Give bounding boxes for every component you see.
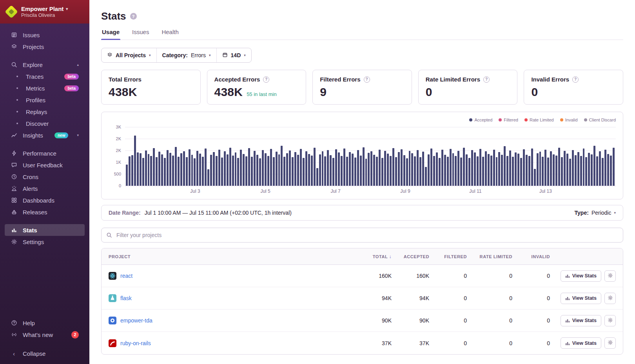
project-filter-dropdown[interactable]: All Projects ▾ [102, 48, 156, 62]
chart-bar [430, 148, 432, 186]
sidebar-item-help[interactable]: Help [5, 317, 85, 329]
help-icon[interactable]: ? [364, 76, 370, 83]
type-dropdown[interactable]: Type: Periodic ▾ [575, 210, 616, 216]
header-rate-limited[interactable]: Rate Limited [467, 254, 512, 259]
card-value: 0 [426, 85, 432, 99]
sidebar-item-label: Discover [26, 120, 49, 127]
legend-item[interactable]: Rate Limited [524, 118, 554, 122]
sidebar-item-label: Projects [23, 43, 44, 50]
insights-icon [11, 132, 17, 138]
legend-item[interactable]: Filtered [499, 118, 518, 122]
date-range-row: Date Range: Jul 1 10:00 AM — Jul 15 11:0… [101, 205, 623, 221]
sidebar-item-label: Metrics [26, 85, 45, 92]
sidebar-item-dashboards[interactable]: Dashboards [5, 194, 85, 206]
sidebar-item-stats[interactable]: Stats [5, 224, 85, 236]
chevron-up-icon: ▴ [77, 63, 79, 67]
projects-icon [11, 43, 17, 50]
sidebar-item-releases[interactable]: Releases [5, 206, 85, 218]
chart-bar [596, 156, 598, 186]
gear-icon [608, 273, 613, 279]
project-settings-button[interactable] [604, 315, 616, 326]
chart-bar [248, 148, 250, 186]
chart-bar [131, 155, 133, 186]
chart-bar [169, 153, 171, 186]
cell-accepted: 90K [392, 317, 429, 324]
legend-item[interactable]: Accepted [469, 118, 492, 122]
help-icon[interactable]: ? [572, 76, 579, 83]
page-help-icon[interactable]: ? [130, 13, 137, 20]
chart-bar [593, 146, 595, 186]
sidebar-item-alerts[interactable]: Alerts [5, 183, 85, 194]
org-user: Priscila Oliveira [21, 13, 68, 18]
project-link[interactable]: ruby-on-rails [120, 340, 151, 346]
x-axis-label: Jul 3 [190, 188, 200, 194]
sidebar-item-settings[interactable]: Settings [5, 236, 85, 248]
header-total[interactable]: Total↓ [354, 254, 392, 259]
sidebar-item-issues[interactable]: Issues [5, 29, 85, 41]
view-stats-button[interactable]: View Stats [561, 315, 601, 326]
help-icon[interactable]: ? [483, 76, 490, 83]
bullet-icon [16, 76, 18, 77]
category-dropdown[interactable]: Category: Errors ▾ [156, 48, 216, 62]
card-total-errors: Total Errors 438K [101, 70, 201, 105]
legend-item[interactable]: Client Discard [584, 118, 616, 122]
sidebar-section-explore[interactable]: Explore ▴ [5, 59, 85, 71]
sidebar-item-crons[interactable]: Crons [5, 171, 85, 183]
header-accepted[interactable]: Accepted [392, 254, 429, 259]
chart-bar [613, 148, 615, 186]
chart-bar [447, 157, 449, 186]
chart-bar [555, 156, 557, 186]
project-settings-button[interactable] [604, 270, 616, 282]
chart-bar [189, 149, 190, 186]
sidebar-collapse-button[interactable]: ‹ Collapse [5, 348, 85, 359]
sidebar-item-whats-new[interactable]: What's new 2 [5, 329, 85, 340]
sidebar-item-projects[interactable]: Projects [5, 41, 85, 53]
header-invalid[interactable]: Invalid [512, 254, 550, 259]
org-switcher[interactable]: Empower Plant▾ Priscila Oliveira [0, 0, 89, 24]
cell-invalid: 0 [512, 317, 550, 324]
chart-bar [365, 159, 367, 186]
header-filtered[interactable]: Filtered [429, 254, 467, 259]
project-settings-button[interactable] [604, 337, 616, 349]
legend-item[interactable]: Invalid [560, 118, 578, 122]
chart-bar [575, 155, 577, 186]
project-link[interactable]: flask [120, 295, 132, 301]
chart-bar [216, 156, 218, 186]
view-stats-button[interactable]: View Stats [561, 270, 601, 282]
tab-issues[interactable]: Issues [131, 29, 150, 40]
chart-bar [441, 150, 443, 186]
chart-bar [343, 148, 345, 186]
chart-bar [183, 151, 185, 186]
cell-invalid: 0 [512, 295, 550, 301]
sidebar-item-replays[interactable]: Replays [5, 106, 85, 118]
chart-bar [368, 153, 370, 186]
project-settings-button[interactable] [604, 293, 616, 304]
chart-bar [158, 152, 160, 186]
date-range-label: Date Range: [109, 210, 141, 216]
tab-health[interactable]: Health [161, 29, 179, 40]
sidebar-item-metrics[interactable]: Metrics beta [5, 82, 85, 94]
help-icon[interactable]: ? [263, 76, 269, 83]
gear-icon [11, 239, 17, 245]
bar-chart-icon [565, 318, 570, 323]
sidebar-item-performance[interactable]: Performance [5, 147, 85, 159]
project-link[interactable]: empower-tda [120, 317, 152, 324]
sidebar-item-discover[interactable]: Discover [5, 118, 85, 129]
date-range-dropdown[interactable]: 14D ▾ [216, 48, 251, 62]
sidebar-item-profiles[interactable]: Profiles [5, 94, 85, 106]
chart-bar [506, 156, 508, 186]
sidebar-item-traces[interactable]: Traces beta [5, 71, 85, 82]
chart-bar [512, 157, 514, 186]
project-link[interactable]: react [120, 273, 132, 279]
tab-usage[interactable]: Usage [101, 29, 120, 40]
cell-total: 160K [354, 273, 392, 279]
header-project[interactable]: Project [109, 254, 354, 259]
sidebar-item-insights[interactable]: Insights new ▾ [5, 129, 85, 141]
project-filter-input[interactable] [101, 228, 623, 243]
chart-bar [270, 149, 272, 186]
view-stats-button[interactable]: View Stats [561, 293, 601, 304]
chart-bar [341, 156, 343, 186]
sidebar-item-user-feedback[interactable]: User Feedback [5, 159, 85, 171]
view-stats-button[interactable]: View Stats [561, 337, 601, 349]
chart-bar [477, 156, 479, 186]
